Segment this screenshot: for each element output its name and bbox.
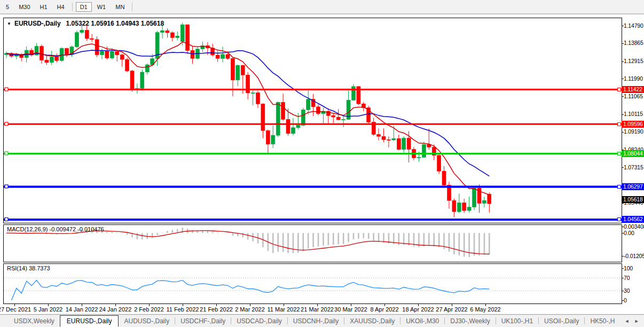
terminal-window: 5M30H1H4D1W1MN ▼EURUSD-,Daily1.05322 1.0… <box>0 0 644 327</box>
tab-audusd-daily[interactable]: AUDUSD-,Daily <box>119 316 175 326</box>
macd-label: MACD(12,26,9) -0.009472 -0.010476 <box>7 226 104 232</box>
chart-title: ▼EURUSD-,Daily1.05322 1.05916 1.04943 1.… <box>7 20 164 27</box>
price-label-1.09596: 1.09596 <box>622 121 644 128</box>
timeframe-button-m30[interactable]: M30 <box>14 2 34 12</box>
macd-tick-label: -0.01205 <box>624 253 644 259</box>
tab-usdcad-daily[interactable]: USDCAD-,Daily <box>231 316 287 326</box>
line-handle[interactable] <box>5 88 8 91</box>
date-label: 2 Mar 2022 <box>235 306 265 313</box>
tab-scroll-arrows: ◄ ► <box>619 314 644 327</box>
price-tick-label: 1.09190 <box>624 128 643 135</box>
tab-uk100-h1[interactable]: UK100-,H1 <box>496 316 538 326</box>
tab-xauusd-daily[interactable]: XAUUSD-,Daily <box>344 316 400 326</box>
date-label: 8 Apr 2022 <box>370 306 398 313</box>
date-label: 6 May 2022 <box>470 306 500 313</box>
tab-eurusd-daily[interactable]: EURUSD-,Daily <box>60 315 119 327</box>
line-handle[interactable] <box>5 152 8 155</box>
timeframe-button-mn[interactable]: MN <box>111 2 129 12</box>
symbol-dropdown-icon[interactable]: ▼ <box>7 21 11 26</box>
timeframe-button-5[interactable]: 5 <box>2 2 13 12</box>
line-handle[interactable] <box>617 185 621 189</box>
rsi-line <box>11 281 489 301</box>
toolbar-separator <box>72 3 73 11</box>
date-label: 27 Apr 2022 <box>436 306 467 313</box>
date-label: 21 Mar 2022 <box>301 306 334 313</box>
tab-scroll-left-icon[interactable]: ◄ <box>624 318 629 324</box>
chart-tab-bar: USDX,WeeklyEURUSD-,DailyAUDUSD-,DailyUSD… <box>0 314 644 327</box>
line-handle[interactable] <box>5 185 8 188</box>
tab-usdcnh-daily[interactable]: USDCNH-,Daily <box>288 316 344 326</box>
price-label-1.06297: 1.06297 <box>622 183 644 190</box>
price-tick-label: 1.14790 <box>624 22 643 29</box>
rsi-tick-label: 30 <box>624 287 630 294</box>
line-handle[interactable] <box>617 88 621 91</box>
macd-tick-label: 0.003408 <box>624 223 644 230</box>
price-label-1.11422: 1.11422 <box>622 86 644 93</box>
line-handle[interactable] <box>617 122 621 126</box>
timeframe-button-d1[interactable]: D1 <box>76 2 92 12</box>
price-tick-label: 1.12915 <box>624 58 643 64</box>
tab-usdx-weekly[interactable]: USDX,Weekly <box>9 316 60 326</box>
price-tick-label: 1.10115 <box>624 111 643 117</box>
date-label: 18 Apr 2022 <box>402 306 434 313</box>
rsi-tick-label: 0 <box>624 297 627 303</box>
price-label-1.04562: 1.04562 <box>622 216 644 223</box>
candlesticks <box>5 22 491 217</box>
chart-symbol-label: EURUSD-,Daily <box>14 20 61 27</box>
date-label: 27 Dec 2021 <box>0 306 31 313</box>
tab-dj30-weekly[interactable]: DJ30-,Weekly <box>445 316 495 326</box>
main-chart-canvas[interactable] <box>4 18 622 223</box>
price-tick-label: 1.11065 <box>624 93 643 99</box>
timeframe-button-h4[interactable]: H4 <box>53 2 69 12</box>
date-label: 2 Feb 2022 <box>134 306 164 313</box>
tab-usoil-daily[interactable]: USOil-,Daily <box>539 316 584 326</box>
line-handle[interactable] <box>5 218 8 221</box>
rsi-label: RSI(14) 38.7373 <box>7 265 50 271</box>
timeframe-toolbar: 5M30H1H4D1W1MN <box>0 0 644 14</box>
line-handle[interactable] <box>617 152 621 155</box>
tab-ukoil-m30[interactable]: UKOil-,M30 <box>400 316 444 326</box>
date-label: 30 Mar 2022 <box>334 306 367 313</box>
moving-average-ema10 <box>6 42 489 195</box>
tab-usdchf-daily[interactable]: USDCHF-,Daily <box>175 316 231 326</box>
price-label-1.08044: 1.08044 <box>622 150 644 157</box>
timeframe-button-w1[interactable]: W1 <box>93 2 111 12</box>
price-tick-label: 1.11990 <box>624 75 643 82</box>
price-tick-label: 1.13865 <box>624 40 643 46</box>
toolbar-separator <box>132 3 132 11</box>
chart-window: ▼EURUSD-,Daily1.05322 1.05916 1.04943 1.… <box>0 14 644 315</box>
tab-hk50-h[interactable]: HK50-,H <box>585 316 620 326</box>
price-label-1.05618: 1.05618 <box>622 196 644 203</box>
price-tick-label: 1.07315 <box>624 164 643 170</box>
date-label: 21 Feb 2022 <box>200 306 233 313</box>
date-label: 5 Jan 2022 <box>34 306 62 313</box>
line-handle[interactable] <box>617 217 621 221</box>
date-label: 14 Jan 2022 <box>66 306 98 313</box>
rsi-tick-label: 70 <box>624 275 630 281</box>
date-label: 24 Jan 2022 <box>99 306 132 313</box>
date-label: 11 Mar 2022 <box>268 306 300 313</box>
line-handle[interactable] <box>5 122 8 126</box>
tab-scroll-right-icon[interactable]: ► <box>634 318 639 324</box>
chart-ohlc-values: 1.05322 1.05916 1.04943 1.05618 <box>66 20 164 27</box>
date-label: 11 Feb 2022 <box>167 306 199 313</box>
rsi-tick-label: 100 <box>624 265 633 271</box>
macd-tick-label: 0.00 <box>624 230 634 236</box>
timeframe-button-h1[interactable]: H1 <box>36 2 52 12</box>
rsi-canvas[interactable] <box>4 264 622 303</box>
